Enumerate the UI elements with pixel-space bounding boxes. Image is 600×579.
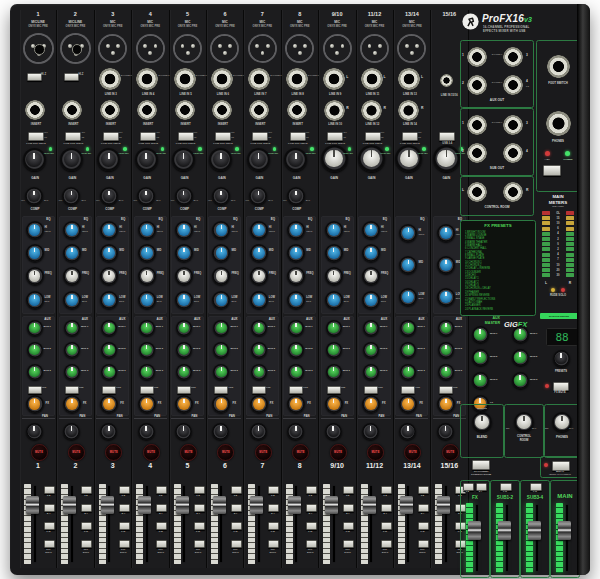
pan-knob[interactable] <box>437 423 454 440</box>
low-cut-switch[interactable] <box>365 132 381 141</box>
aux-master-knob-1[interactable] <box>472 326 489 343</box>
aux-fx-knob[interactable] <box>437 395 455 413</box>
eq-hi-knob[interactable] <box>325 221 343 239</box>
pan-knob[interactable] <box>26 423 43 440</box>
gigfx-mon-knob-2[interactable] <box>512 349 529 366</box>
aux-fx-knob[interactable] <box>100 395 118 413</box>
aux-mon1-knob[interactable] <box>176 320 192 336</box>
eq-freq-knob[interactable] <box>138 267 156 285</box>
power-switch[interactable] <box>543 165 561 176</box>
comp-knob[interactable] <box>212 187 230 205</box>
aux-mon2-knob[interactable] <box>400 342 416 358</box>
mute-button[interactable]: MUTE <box>217 444 234 461</box>
aux-mon2-knob[interactable] <box>64 342 80 358</box>
channel-fader-cap[interactable] <box>250 496 263 514</box>
pan-knob[interactable] <box>399 423 416 440</box>
aux-mon1-knob[interactable] <box>363 320 379 336</box>
eq-low-knob[interactable] <box>138 291 156 309</box>
mute-button[interactable]: MUTE <box>442 444 459 461</box>
eq-hi-knob[interactable] <box>26 221 44 239</box>
aux-mon3-knob[interactable] <box>139 364 155 380</box>
comp-knob[interactable] <box>62 187 80 205</box>
aux-fx-knob[interactable] <box>250 395 268 413</box>
low-cut-switch[interactable] <box>178 132 194 141</box>
eq-low-knob[interactable] <box>26 291 44 309</box>
channel-fader-cap[interactable] <box>138 496 151 514</box>
aux-mon2-knob[interactable] <box>438 342 454 358</box>
mute-button[interactable]: MUTE <box>31 444 48 461</box>
aux-mon1-knob[interactable] <box>64 320 80 336</box>
pan-knob[interactable] <box>63 423 80 440</box>
eq-hi-knob[interactable] <box>212 221 230 239</box>
eq-freq-knob[interactable] <box>212 267 230 285</box>
aux-mon3-knob[interactable] <box>400 364 416 380</box>
eq-hi-knob[interactable] <box>250 221 268 239</box>
comp-knob[interactable] <box>175 187 193 205</box>
eq-mid-knob[interactable] <box>325 244 343 262</box>
eq-freq-knob[interactable] <box>325 267 343 285</box>
eq-hi-knob[interactable] <box>399 224 417 242</box>
eq-mid-knob[interactable] <box>399 256 417 274</box>
aux-mon1-knob[interactable] <box>438 320 454 336</box>
mute-button[interactable]: MUTE <box>292 444 309 461</box>
eq-freq-knob[interactable] <box>26 267 44 285</box>
aux-mon3-knob[interactable] <box>363 364 379 380</box>
eq-low-knob[interactable] <box>175 291 193 309</box>
phones-knob[interactable] <box>552 412 572 432</box>
pre-switch[interactable] <box>177 386 191 394</box>
comp-knob[interactable] <box>100 187 118 205</box>
pan-knob[interactable] <box>287 423 304 440</box>
eq-freq-knob[interactable] <box>250 267 268 285</box>
eq-low-knob[interactable] <box>212 291 230 309</box>
gain-knob[interactable] <box>172 148 195 171</box>
aux-mon3-knob[interactable] <box>176 364 192 380</box>
low-cut-switch[interactable] <box>402 132 418 141</box>
channel-fader-cap[interactable] <box>437 496 450 514</box>
gain-knob[interactable] <box>395 145 422 172</box>
mute-button[interactable]: MUTE <box>180 444 197 461</box>
aux-mon3-knob[interactable] <box>251 364 267 380</box>
gain-knob[interactable] <box>60 148 83 171</box>
aux-mon2-knob[interactable] <box>326 342 342 358</box>
pre-switch[interactable] <box>401 386 415 394</box>
mute-button[interactable]: MUTE <box>255 444 272 461</box>
pan-knob[interactable] <box>325 423 342 440</box>
eq-mid-knob[interactable] <box>26 244 44 262</box>
channel-fader-cap[interactable] <box>288 496 301 514</box>
channel-fader-cap[interactable] <box>63 496 76 514</box>
gain-knob[interactable] <box>135 148 158 171</box>
eq-freq-knob[interactable] <box>100 267 118 285</box>
low-cut-switch[interactable] <box>140 132 156 141</box>
mute-button[interactable]: MUTE <box>404 444 421 461</box>
aux-mon2-knob[interactable] <box>101 342 117 358</box>
aux-fx-knob[interactable] <box>325 395 343 413</box>
aux-fx-knob[interactable] <box>175 395 193 413</box>
pre-switch[interactable] <box>140 386 154 394</box>
eq-low-knob[interactable] <box>250 291 268 309</box>
channel-fader-cap[interactable] <box>26 496 39 514</box>
pre-switch[interactable] <box>364 386 378 394</box>
pan-knob[interactable] <box>250 423 267 440</box>
gain-knob[interactable] <box>209 148 232 171</box>
aux-mon2-knob[interactable] <box>288 342 304 358</box>
pan-knob[interactable] <box>362 423 379 440</box>
low-cut-switch[interactable] <box>65 132 81 141</box>
mute-button[interactable]: MUTE <box>143 444 160 461</box>
eq-freq-knob[interactable] <box>362 267 380 285</box>
eq-mid-knob[interactable] <box>212 244 230 262</box>
channel-fader-cap[interactable] <box>176 496 189 514</box>
pan-knob[interactable] <box>100 423 117 440</box>
eq-hi-knob[interactable] <box>100 221 118 239</box>
eq-mid-knob[interactable] <box>437 256 455 274</box>
master-fader-cap[interactable] <box>468 521 481 540</box>
control-room-knob[interactable] <box>514 412 534 432</box>
eq-mid-knob[interactable] <box>362 244 380 262</box>
eq-low-knob[interactable] <box>437 288 455 306</box>
pan-knob[interactable] <box>175 423 192 440</box>
eq-freq-knob[interactable] <box>175 267 193 285</box>
pre-switch[interactable] <box>252 386 266 394</box>
mute-button[interactable]: MUTE <box>367 444 384 461</box>
aux-mon3-knob[interactable] <box>288 364 304 380</box>
eq-low-knob[interactable] <box>63 291 81 309</box>
aux-master-knob-2[interactable] <box>472 349 489 366</box>
